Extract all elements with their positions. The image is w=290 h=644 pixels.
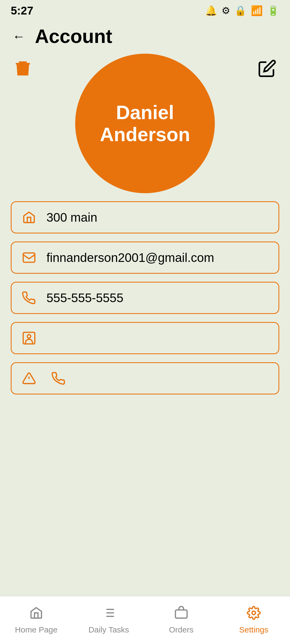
email-text: finnanderson2001@gmail.com — [46, 250, 214, 265]
settings-nav-icon — [247, 606, 261, 623]
avatar-section: Daniel Anderson — [0, 51, 290, 191]
address-text: 300 main — [46, 210, 97, 225]
svg-rect-12 — [175, 610, 187, 618]
email-card[interactable]: finnanderson2001@gmail.com — [11, 241, 279, 274]
nav-label-orders: Orders — [169, 625, 194, 634]
phone-icon — [20, 291, 38, 305]
email-icon — [20, 251, 38, 265]
status-bar: 5:27 🔔 ⚙ 🔒 📶 🔋 — [0, 0, 290, 21]
trash-icon — [13, 59, 32, 78]
svg-rect-1 — [23, 253, 35, 262]
notification-icon: 🔔 — [205, 5, 217, 16]
home-nav-icon — [29, 606, 43, 623]
edit-icon — [258, 59, 277, 78]
info-cards: 300 main finnanderson2001@gmail.com 555-… — [0, 191, 290, 394]
avatar-name: Daniel Anderson — [75, 101, 215, 145]
lock-icon: 🔒 — [234, 5, 247, 16]
bottom-nav: Home Page Daily Tasks Orders — [0, 596, 290, 644]
nav-label-daily-tasks: Daily Tasks — [88, 625, 129, 634]
page-title: Account — [35, 25, 112, 47]
status-icons: 🔔 ⚙ 🔒 📶 🔋 — [205, 5, 279, 16]
orders-nav-icon — [174, 606, 188, 623]
edit-button[interactable] — [255, 56, 279, 80]
phone-card[interactable]: 555-555-5555 — [11, 282, 279, 314]
phone-text: 555-555-5555 — [46, 291, 123, 305]
nav-label-settings: Settings — [239, 625, 268, 634]
address-card[interactable]: 300 main — [11, 201, 279, 233]
nav-label-home: Home Page — [15, 625, 57, 634]
wifi-icon: 📶 — [251, 5, 263, 16]
nav-item-home[interactable]: Home Page — [0, 606, 73, 634]
svg-point-3 — [27, 335, 31, 338]
header: ← Account — [0, 21, 290, 51]
back-button[interactable]: ← — [11, 28, 27, 44]
nav-item-settings[interactable]: Settings — [218, 606, 290, 634]
contact-icon — [20, 331, 38, 345]
settings-status-icon: ⚙ — [222, 5, 230, 16]
back-arrow-icon: ← — [12, 29, 25, 44]
battery-icon: 🔋 — [267, 5, 279, 16]
home-icon — [20, 210, 38, 224]
svg-point-13 — [252, 611, 256, 615]
warning-icon — [20, 371, 38, 385]
status-time: 5:27 — [11, 4, 33, 17]
delete-button[interactable] — [11, 56, 35, 80]
avatar: Daniel Anderson — [75, 54, 215, 193]
list-nav-icon — [102, 606, 116, 623]
warning-phone-card[interactable] — [11, 362, 279, 394]
nav-item-orders[interactable]: Orders — [145, 606, 218, 634]
contact-card[interactable] — [11, 322, 279, 354]
nav-item-daily-tasks[interactable]: Daily Tasks — [73, 606, 145, 634]
phone-warning-icon — [49, 371, 68, 385]
